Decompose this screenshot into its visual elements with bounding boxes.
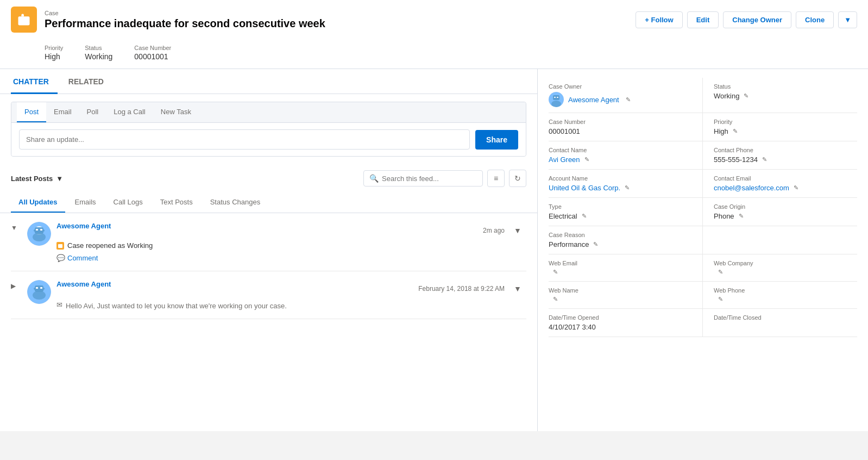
detail-panel: Case Owner Awesome Agent — [538, 69, 868, 431]
case-title-block: Case Performance inadequate for second c… — [45, 10, 325, 30]
status-edit-icon[interactable]: ✎ — [744, 92, 749, 100]
case-number-label: Case Number — [134, 45, 171, 51]
contact-name-link[interactable]: Avi Green — [549, 156, 580, 164]
type-edit-icon[interactable]: ✎ — [582, 213, 587, 220]
web-name-edit-icon[interactable]: ✎ — [553, 296, 558, 303]
feed-toggle-expand[interactable]: ▶ — [11, 280, 22, 310]
feed-item-dropdown[interactable]: ▼ — [509, 280, 526, 297]
share-button[interactable]: Share — [475, 130, 518, 150]
account-name-edit-icon[interactable]: ✎ — [625, 184, 630, 191]
status-label: Status — [85, 45, 112, 51]
comment-icon: 💬 — [56, 254, 65, 262]
post-tab-email[interactable]: Email — [46, 102, 79, 122]
status-detail-label: Status — [714, 83, 857, 90]
post-tab-post[interactable]: Post — [17, 102, 46, 122]
contact-email-link[interactable]: cnobel@salesforce.com — [714, 184, 789, 192]
svg-point-17 — [42, 288, 45, 290]
post-tab-poll[interactable]: Poll — [79, 102, 106, 122]
owner-name: Awesome Agent — [568, 96, 619, 104]
post-tab-new-task[interactable]: New Task — [153, 102, 199, 122]
tab-chatter[interactable]: CHATTER — [11, 70, 58, 94]
web-phone-field: Web Phone ✎ — [703, 282, 857, 309]
search-feed-icon: 🔍 — [369, 174, 379, 183]
contact-phone-edit-icon[interactable]: ✎ — [762, 156, 767, 163]
contact-name-field: Contact Name Avi Green ✎ — [549, 141, 703, 170]
case-origin-label: Case Origin — [714, 203, 857, 210]
datetime-closed-field: Date/Time Closed — [703, 309, 857, 337]
post-tab-log-call[interactable]: Log a Call — [106, 102, 153, 122]
account-name-field: Account Name United Oil & Gas Corp. ✎ — [549, 170, 703, 198]
case-icon — [11, 7, 37, 33]
feed-items: ▼ Awesome A — [0, 213, 537, 319]
header-top: Case Performance inadequate for second c… — [11, 7, 857, 39]
type-field: Type Electrical ✎ — [549, 198, 703, 226]
contact-phone-value: 555-555-1234 — [714, 156, 758, 164]
page-title: Performance inadequate for second consec… — [45, 17, 325, 30]
feed-toggle-collapse[interactable]: ▼ — [11, 222, 22, 262]
avatar — [27, 222, 51, 246]
comment-link[interactable]: 💬 Comment — [56, 254, 98, 262]
feed-body-text: Case reopened as Working — [67, 241, 153, 250]
contact-phone-field: Contact Phone 555-555-1234 ✎ — [703, 141, 857, 170]
svg-point-22 — [551, 101, 561, 107]
contact-name-label: Contact Name — [549, 147, 691, 153]
account-name-label: Account Name — [549, 175, 691, 182]
web-company-edit-icon[interactable]: ✎ — [718, 269, 723, 276]
case-reason-label: Case Reason — [549, 232, 691, 238]
feed-author[interactable]: Awesome Agent — [56, 280, 111, 288]
contact-name-edit-icon[interactable]: ✎ — [584, 156, 589, 163]
follow-button[interactable]: + Follow — [636, 11, 682, 28]
priority-edit-icon[interactable]: ✎ — [733, 128, 738, 135]
edit-button[interactable]: Edit — [687, 11, 719, 28]
search-feed-input[interactable] — [382, 175, 477, 183]
feed-item: ▶ Awesome Agent — [11, 271, 526, 319]
feed-tab-status-changes[interactable]: Status Changes — [203, 192, 268, 213]
owner-edit-icon[interactable]: ✎ — [626, 96, 631, 103]
feed-tab-text-posts[interactable]: Text Posts — [153, 192, 200, 213]
priority-field: Priority High — [45, 45, 63, 61]
feed-item-content: Awesome Agent 2m ago ▼ Case reopened as … — [56, 222, 526, 262]
contact-email-edit-icon[interactable]: ✎ — [794, 184, 798, 191]
svg-rect-20 — [554, 97, 556, 98]
svg-rect-19 — [553, 95, 559, 100]
status-detail-value: Working — [714, 92, 739, 100]
feed-item-body: ✉ Hello Avi, Just wanted to let you know… — [56, 300, 526, 310]
feed-author[interactable]: Awesome Agent — [56, 222, 111, 230]
feed-tab-call-logs[interactable]: Call Logs — [106, 192, 150, 213]
filter-icon-button[interactable]: ≡ — [487, 170, 505, 187]
svg-rect-21 — [557, 97, 558, 98]
tabs-nav: CHATTER RELATED — [0, 69, 537, 94]
web-company-label: Web Company — [714, 260, 857, 266]
owner-field: Awesome Agent ✎ — [549, 92, 691, 107]
web-phone-edit-icon[interactable]: ✎ — [718, 296, 723, 303]
priority-detail-label: Priority — [714, 119, 857, 125]
web-email-edit-icon[interactable]: ✎ — [553, 269, 558, 276]
clone-button[interactable]: Clone — [796, 11, 834, 28]
feed-body-text: Hello Avi, Just wanted to let you know t… — [66, 302, 287, 310]
contact-email-field: Contact Email cnobel@salesforce.com ✎ — [703, 170, 857, 198]
tab-related[interactable]: RELATED — [66, 70, 112, 94]
svg-point-7 — [33, 233, 46, 241]
case-reason-edit-icon[interactable]: ✎ — [593, 241, 598, 248]
feed-filters: Latest Posts ▼ 🔍 ≡ ↻ — [0, 164, 537, 192]
feed-item-dropdown[interactable]: ▼ — [509, 222, 526, 239]
svg-rect-1 — [22, 19, 26, 20]
svg-point-8 — [34, 229, 36, 232]
feed-tab-all-updates[interactable]: All Updates — [11, 192, 65, 213]
type-value: Electrical — [549, 212, 577, 220]
status-field: Status Working — [85, 45, 112, 61]
case-number-detail-field: Case Number 00001001 — [549, 113, 703, 141]
latest-posts-chevron-icon: ▼ — [56, 175, 63, 183]
feed-timestamp: 2m ago — [483, 227, 505, 234]
latest-posts-button[interactable]: Latest Posts ▼ — [11, 175, 63, 183]
more-actions-button[interactable]: ▼ — [838, 11, 857, 28]
refresh-icon-button[interactable]: ↻ — [509, 170, 526, 187]
feed-tab-emails[interactable]: Emails — [67, 192, 104, 213]
case-origin-field: Case Origin Phone ✎ — [703, 198, 857, 226]
share-update-input[interactable] — [19, 129, 470, 150]
account-name-link[interactable]: United Oil & Gas Corp. — [549, 184, 620, 192]
owner-link[interactable]: Awesome Agent — [568, 96, 619, 104]
change-owner-button[interactable]: Change Owner — [723, 11, 791, 28]
comment-label: Comment — [67, 254, 98, 262]
case-origin-edit-icon[interactable]: ✎ — [739, 213, 744, 220]
